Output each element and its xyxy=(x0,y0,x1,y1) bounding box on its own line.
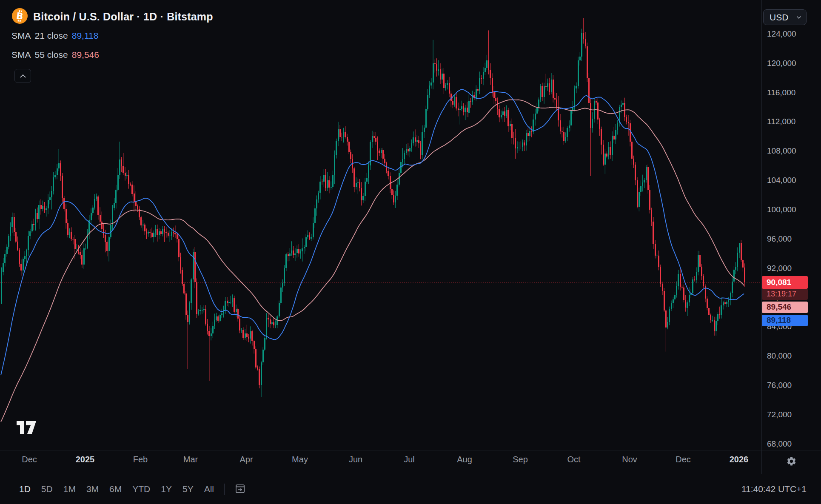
time-tick-label-apr: Apr xyxy=(227,455,265,464)
time-tick-label-nov: Nov xyxy=(610,455,649,464)
candle-wicks-layer xyxy=(2,18,745,397)
last-price-label: 90,081 xyxy=(762,276,808,289)
time-tick-label-dec: Dec xyxy=(10,455,48,464)
chevron-up-icon xyxy=(20,74,26,78)
time-tick-label-mar: Mar xyxy=(171,455,210,464)
sma55-price-label: 89,546 xyxy=(762,302,808,313)
price-tick-label: 116,000 xyxy=(767,88,795,97)
price-tick-label: 124,000 xyxy=(767,29,796,39)
chevron-down-icon xyxy=(796,16,801,19)
price-axis[interactable]: 90,081 13:19:17 89,546 89,118 124,000120… xyxy=(762,0,821,450)
indicator-legend-sma21[interactable]: SMA 21 close 89,118 xyxy=(11,31,98,41)
candle-bodies-layer xyxy=(1,33,745,385)
time-tick-label-jun: Jun xyxy=(336,455,375,464)
go-to-date-icon xyxy=(234,483,246,494)
range-button-1y[interactable]: 1Y xyxy=(156,481,177,497)
price-tick-label: 76,000 xyxy=(767,381,792,390)
indicator-params: 55 close xyxy=(35,50,68,60)
price-chart-canvas[interactable] xyxy=(0,0,761,450)
date-range-buttons: 1D5D1M3M6MYTD1Y5YAll xyxy=(14,481,219,497)
range-button-3m[interactable]: 3M xyxy=(82,481,103,497)
time-tick-label-feb: Feb xyxy=(121,455,160,464)
price-tick-label: 92,000 xyxy=(767,264,792,273)
indicator-name: SMA xyxy=(11,31,31,41)
currency-selector-value: USD xyxy=(770,12,788,23)
tradingview-chart-window: B Bitcoin / U.S. Dollar · 1D · Bitstamp … xyxy=(0,0,821,504)
range-button-all[interactable]: All xyxy=(200,481,219,497)
time-tick-label-2026: 2026 xyxy=(720,455,758,464)
axis-settings-gear-icon[interactable] xyxy=(786,456,797,468)
sma21-price-label: 89,118 xyxy=(762,315,808,326)
bottom-toolbar: 1D5D1M3M6MYTD1Y5YAll 11:40:42 UTC+1 xyxy=(0,474,821,504)
price-tick-label: 72,000 xyxy=(767,410,792,419)
indicator-params: 21 close xyxy=(35,31,68,41)
collapse-legend-button[interactable] xyxy=(14,69,31,83)
range-button-5d[interactable]: 5D xyxy=(37,481,57,497)
indicator-name: SMA xyxy=(11,50,31,60)
time-axis[interactable]: Dec2025FebMarAprMayJunJulAugSepOctNovDec… xyxy=(0,450,821,474)
go-to-date-button[interactable] xyxy=(233,481,248,497)
sma-55-line[interactable] xyxy=(1,100,744,422)
range-button-ytd[interactable]: YTD xyxy=(128,481,155,497)
range-button-1m[interactable]: 1M xyxy=(59,481,80,497)
symbol-header: B Bitcoin / U.S. Dollar · 1D · Bitstamp xyxy=(12,8,213,26)
indicator-value-sma55: 89,546 xyxy=(72,50,99,60)
price-tick-label: 108,000 xyxy=(767,146,796,156)
price-tick-label: 112,000 xyxy=(767,117,795,126)
time-tick-label-may: May xyxy=(281,455,319,464)
bitcoin-icon: B xyxy=(12,8,28,26)
price-tick-label: 96,000 xyxy=(767,234,792,244)
price-tick-label: 120,000 xyxy=(767,59,796,68)
time-tick-label-dec: Dec xyxy=(664,455,702,464)
currency-selector[interactable]: USD xyxy=(763,9,807,25)
sma-21-line[interactable] xyxy=(1,89,744,375)
indicator-value-sma21: 89,118 xyxy=(72,31,99,41)
range-button-6m[interactable]: 6M xyxy=(105,481,126,497)
toolbar-separator xyxy=(224,484,225,495)
time-tick-label-oct: Oct xyxy=(555,455,593,464)
tradingview-logo[interactable] xyxy=(16,420,38,436)
time-tick-label-aug: Aug xyxy=(445,455,484,464)
price-tick-label: 100,000 xyxy=(767,205,796,214)
range-button-1d[interactable]: 1D xyxy=(14,481,35,497)
time-tick-label-sep: Sep xyxy=(501,455,539,464)
price-tick-label: 104,000 xyxy=(767,176,796,185)
bar-countdown-label: 13:19:17 xyxy=(762,289,808,300)
range-button-5y[interactable]: 5Y xyxy=(178,481,198,497)
clock-utc[interactable]: 11:40:42 UTC+1 xyxy=(741,484,807,494)
indicator-legend-sma55[interactable]: SMA 55 close 89,546 xyxy=(11,50,99,60)
symbol-title[interactable]: Bitcoin / U.S. Dollar · 1D · Bitstamp xyxy=(33,11,213,23)
time-tick-label-2025: 2025 xyxy=(66,455,104,464)
time-tick-label-jul: Jul xyxy=(390,455,428,464)
price-tick-label: 68,000 xyxy=(767,439,792,449)
price-tick-label: 80,000 xyxy=(767,351,792,361)
